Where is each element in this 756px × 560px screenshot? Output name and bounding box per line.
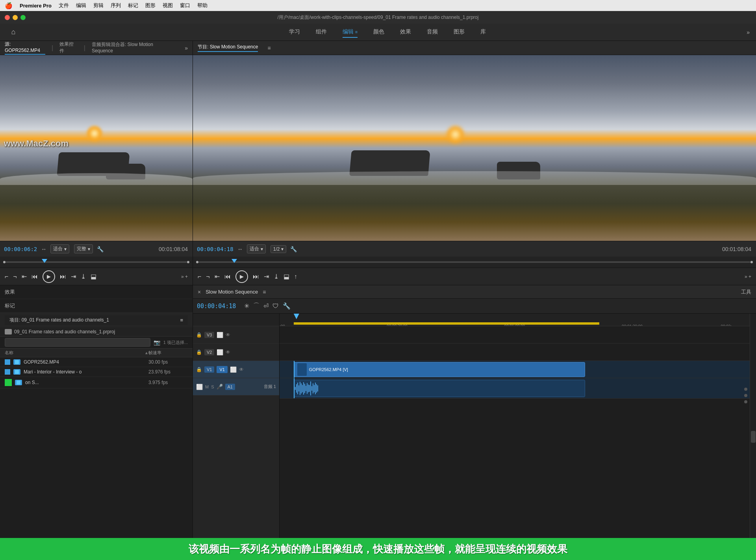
apple-icon[interactable]: 🍎: [5, 2, 13, 9]
close-button[interactable]: [5, 15, 10, 20]
step-back-icon[interactable]: ⏮: [32, 273, 38, 280]
prog-scrub-handle[interactable]: [232, 259, 237, 263]
v1-sync-icon[interactable]: ⬜: [230, 366, 237, 373]
v2-track-content[interactable]: [280, 344, 750, 361]
prog-goto-in-icon[interactable]: ⇤: [215, 273, 220, 280]
source-quality-dropdown[interactable]: 完整 ▾: [74, 244, 93, 253]
timeline-timecode[interactable]: 00:00:04:18: [197, 303, 240, 310]
tab-program[interactable]: 节目: Slow Motion Sequence: [198, 44, 258, 52]
menu-edit[interactable]: 编辑: [76, 2, 86, 9]
prog-lift-icon[interactable]: ↑: [294, 273, 297, 280]
menu-help[interactable]: 帮助: [197, 2, 208, 9]
program-quality-dropdown[interactable]: 1/2 ▾: [271, 245, 287, 253]
col-name-header[interactable]: 名称 ▲: [5, 350, 148, 356]
list-item[interactable]: Mari - Interior - Interview - o 23.976 f…: [0, 367, 193, 377]
source-transport-more[interactable]: » +: [181, 274, 188, 279]
v2-sync-icon[interactable]: ⬜: [217, 349, 223, 355]
program-timecode[interactable]: 00:00:04:18: [197, 246, 233, 252]
v2-btn[interactable]: V2: [204, 349, 214, 355]
v1-target-btn[interactable]: V1: [217, 366, 227, 373]
a1-source-btn[interactable]: A1: [225, 384, 235, 390]
prog-overwrite-icon[interactable]: ⬓: [284, 273, 289, 280]
tl-lock-icon[interactable]: 🛡: [272, 303, 279, 310]
tl-marker-icon[interactable]: ⏎: [263, 302, 269, 310]
nav-edit[interactable]: 编辑 ≡: [343, 27, 358, 38]
nav-effects[interactable]: 效果: [400, 27, 411, 38]
maximize-button[interactable]: [20, 15, 26, 20]
prog-mark-in-icon[interactable]: ⌐: [198, 273, 201, 280]
time-ruler[interactable]: :00:00 00:00:30:00 00:01:00:00 00:01:30:…: [280, 314, 750, 326]
audio-clip[interactable]: [294, 380, 585, 397]
a1-sync-icon[interactable]: ⬜: [196, 384, 203, 390]
v1-lock-icon[interactable]: 🔒: [196, 367, 202, 372]
mark-in-icon[interactable]: ⌐: [5, 273, 8, 280]
prog-scrub-bar[interactable]: [198, 261, 750, 263]
nav-learn[interactable]: 学习: [289, 27, 300, 38]
home-button[interactable]: ⌂: [6, 25, 20, 39]
program-scrubber[interactable]: [193, 257, 756, 268]
camera-icon[interactable]: 📷: [154, 339, 160, 346]
menu-clip[interactable]: 剪辑: [93, 2, 104, 9]
nav-color[interactable]: 颜色: [373, 27, 384, 38]
menu-file[interactable]: 文件: [59, 2, 69, 9]
v2-eye-icon[interactable]: 👁: [226, 349, 230, 355]
prog-mark-out-icon[interactable]: ¬: [206, 273, 209, 280]
prog-step-back-icon[interactable]: ⏮: [224, 273, 231, 280]
mark-out-icon[interactable]: ¬: [13, 273, 17, 280]
menu-marker[interactable]: 标记: [128, 2, 138, 9]
tab-source[interactable]: 源: GOPR2562.MP4: [5, 41, 45, 55]
v3-sync-icon[interactable]: ⬜: [217, 332, 223, 338]
zoom-icon[interactable]: ↔: [40, 245, 47, 253]
a1-track-content[interactable]: [280, 378, 750, 399]
timeline-close-btn[interactable]: ×: [198, 289, 201, 295]
menu-graphics[interactable]: 图形: [145, 2, 156, 9]
list-item[interactable]: on S... 3.975 fps: [0, 377, 193, 388]
list-item[interactable]: GOPR2562.MP4 30.00 fps: [0, 357, 193, 367]
minimize-button[interactable]: [13, 15, 18, 20]
tl-tools-icon[interactable]: 🔧: [283, 302, 291, 310]
program-panel-menu[interactable]: ≡: [267, 45, 271, 51]
nav-audio[interactable]: 音频: [427, 27, 438, 38]
goto-out-icon[interactable]: ⇥: [71, 273, 76, 280]
tab-audio-mixer[interactable]: 音频剪辑混合器: Slow Motion Sequence: [92, 41, 171, 54]
menu-sequence[interactable]: 序列: [111, 2, 121, 9]
nav-more[interactable]: »: [747, 29, 750, 35]
prog-zoom-icon[interactable]: ↔: [237, 245, 244, 253]
nav-library[interactable]: 库: [480, 27, 486, 38]
prog-step-fwd-icon[interactable]: ⏭: [253, 273, 259, 280]
nav-assembly[interactable]: 组件: [316, 27, 327, 38]
prog-goto-out-icon[interactable]: ⇥: [264, 273, 269, 280]
insert-icon[interactable]: ⤓: [81, 273, 86, 280]
timeline-scrollbar-right[interactable]: [750, 314, 756, 560]
settings-icon[interactable]: 🔧: [96, 245, 104, 253]
tab-effects-ctrl[interactable]: 效果控件: [59, 41, 78, 55]
step-fwd-icon[interactable]: ⏭: [60, 273, 66, 280]
tl-snap-icon[interactable]: ✳: [244, 302, 249, 310]
menu-view[interactable]: 视图: [163, 2, 173, 9]
source-play-button[interactable]: ▶: [43, 270, 55, 283]
tl-linked-icon[interactable]: ⌒: [253, 302, 259, 310]
v3-lock-icon[interactable]: 🔒: [196, 332, 202, 338]
v1-eye-icon[interactable]: 👁: [239, 367, 244, 372]
program-play-button[interactable]: ▶: [235, 270, 248, 283]
goto-in-icon[interactable]: ⇤: [22, 273, 27, 280]
timeline-menu-icon[interactable]: ≡: [263, 289, 266, 295]
prog-settings-icon[interactable]: 🔧: [289, 245, 298, 253]
a1-mic-icon[interactable]: 🎤: [217, 384, 223, 390]
v2-lock-icon[interactable]: 🔒: [196, 349, 202, 355]
scrub-handle[interactable]: [42, 259, 47, 263]
video-clip[interactable]: GOPR2562.MP4 [V]: [294, 362, 585, 377]
prog-insert-icon[interactable]: ⤓: [274, 273, 279, 280]
v1-track-content[interactable]: GOPR2562.MP4 [V]: [280, 361, 750, 378]
overwrite-icon[interactable]: ⬓: [91, 273, 96, 280]
scrub-bar[interactable]: [6, 261, 187, 263]
nav-graphics[interactable]: 图形: [454, 27, 465, 38]
v1-source-btn[interactable]: V1: [204, 366, 214, 373]
source-timecode[interactable]: 00:00:06:2: [4, 246, 37, 252]
source-fit-dropdown[interactable]: 适合 ▾: [50, 244, 69, 253]
v3-eye-icon[interactable]: 👁: [226, 332, 230, 338]
prog-transport-more[interactable]: » +: [745, 274, 751, 279]
v3-track-content[interactable]: [280, 326, 750, 344]
source-panel-menu[interactable]: »: [185, 45, 188, 51]
v3-btn[interactable]: V3: [204, 332, 214, 338]
